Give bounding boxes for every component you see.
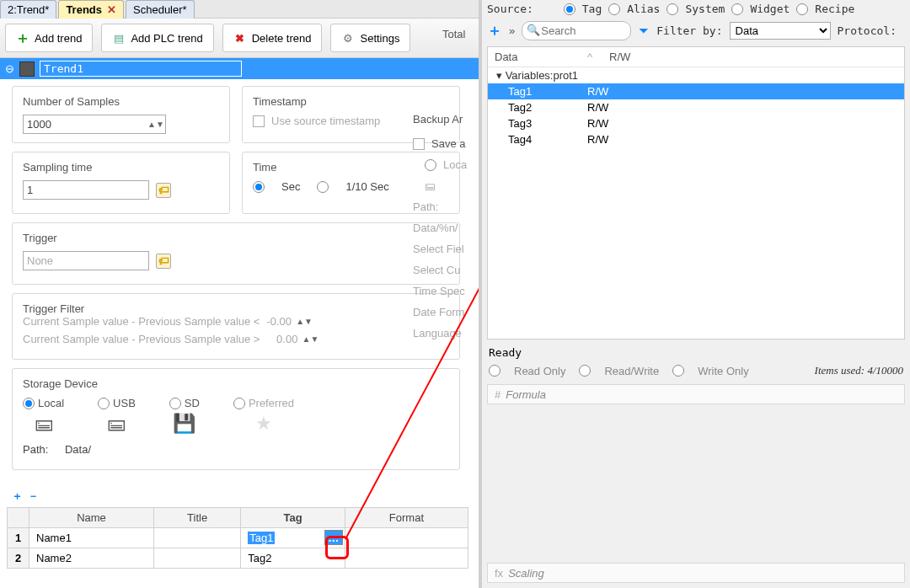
add-row-button[interactable]: ＋ (12, 489, 23, 504)
protocol-label: Protocol: (838, 24, 897, 37)
filter-label: Filter by: (656, 24, 722, 37)
trend-icon (19, 61, 35, 77)
tf2-value[interactable]: 0.00 (276, 333, 297, 345)
spinner-icon[interactable]: ▲▼ (304, 337, 316, 342)
hdd-icon: 🖴 (425, 179, 436, 192)
filter-select[interactable]: Data (730, 22, 831, 40)
writeonly-label: Write Only (698, 365, 748, 377)
time-spec-label: Time Spec (413, 285, 465, 297)
plc-icon: ▤ (112, 31, 126, 45)
spinner-icon[interactable]: ▲▼ (298, 319, 310, 324)
tab-scheduler[interactable]: Scheduler* (126, 0, 195, 19)
scaling-field[interactable]: fxScaling (487, 563, 905, 583)
usb-icon: 🖴 (107, 413, 126, 435)
storage-sd-radio[interactable] (169, 398, 181, 409)
add-trend-button[interactable]: ＋Add trend (5, 24, 93, 52)
opt-recipe: Recipe (815, 3, 854, 15)
sampling-label: Sampling time (23, 161, 219, 174)
formula-field[interactable]: #Formula (487, 384, 905, 404)
trigger-label: Trigger (23, 232, 449, 244)
sec-label: Sec (281, 180, 300, 193)
samples-input[interactable]: 1000▲▼ (23, 115, 166, 134)
select-cu-label: Select Cu (413, 264, 460, 276)
tree-col-data[interactable]: Data (495, 51, 587, 63)
tree-group[interactable]: Variables:prot1 (488, 67, 904, 83)
source-widget-radio[interactable] (731, 3, 743, 15)
hdd-icon: 🖴 (35, 413, 53, 435)
col-tag[interactable]: Tag (241, 508, 345, 528)
storage-label: Storage Device (23, 377, 449, 390)
tab-2trend[interactable]: 2:Trend* (0, 0, 56, 19)
close-icon[interactable]: ✕ (107, 3, 116, 16)
tag-tree[interactable]: Data^R/W Variables:prot1 Tag1R/W Tag2R/W… (487, 46, 905, 339)
total-label: Total (442, 28, 465, 40)
remove-row-button[interactable]: － (28, 489, 39, 504)
save-copy-checkbox[interactable] (413, 138, 425, 150)
tree-item[interactable]: Tag3R/W (488, 115, 904, 131)
add-plc-trend-button[interactable]: ▤Add PLC trend (101, 24, 213, 52)
timestamp-label: Timestamp (253, 95, 449, 108)
source-system-radio[interactable] (666, 3, 678, 15)
select-field-label: Select Fiel (413, 243, 464, 255)
tag-picker-panel: Source: Tag Alias System Widget Recipe ＋… (479, 0, 910, 588)
spinner-icon[interactable]: ▲▼ (150, 122, 162, 127)
storage-preferred-radio (233, 398, 245, 409)
search-icon: 🔍 (527, 24, 540, 36)
trend-name-input[interactable] (40, 61, 242, 77)
trigger-filter-label: Trigger Filter (23, 302, 449, 315)
storage-usb-radio[interactable] (98, 398, 110, 409)
samples-label: Number of Samples (23, 95, 219, 108)
tree-item[interactable]: Tag2R/W (488, 99, 904, 115)
tree-item[interactable]: Tag1R/W (488, 83, 904, 99)
storage-local-radio[interactable] (23, 398, 35, 409)
time-sec-radio[interactable] (253, 181, 265, 193)
local-label: Local (38, 397, 64, 409)
tf2-label: Current Sample value - Previous Sample v… (23, 333, 260, 345)
sd-label: SD (185, 397, 200, 409)
time-tenth-radio[interactable] (317, 181, 329, 193)
table-row[interactable]: 2 Name2 Tag2 (8, 548, 468, 569)
col-format[interactable]: Format (345, 508, 468, 528)
tag-picker-icon[interactable]: 🏷 (156, 254, 171, 269)
writeonly-radio[interactable] (672, 365, 684, 377)
add-tag-button[interactable]: ＋ (487, 20, 502, 40)
readonly-label: Read Only (514, 365, 565, 377)
path-value: Data/ (65, 443, 91, 456)
source-label: Source: (487, 3, 533, 15)
expand-icon[interactable]: ⊖ (5, 62, 14, 75)
source-tag-radio[interactable] (564, 3, 575, 15)
save-label: Save a (431, 137, 465, 150)
source-recipe-radio[interactable] (796, 3, 808, 15)
use-source-ts-checkbox[interactable] (253, 115, 265, 127)
date-form-label: Date Form (413, 306, 464, 318)
tree-item[interactable]: Tag4R/W (488, 131, 904, 147)
usb-label: USB (113, 397, 136, 409)
sd-icon: 💾 (173, 413, 195, 435)
tag-browse-button[interactable]: … (324, 530, 343, 545)
tab-trends[interactable]: Trends✕ (58, 0, 124, 19)
col-name[interactable]: Name (29, 508, 154, 528)
filter-icon[interactable]: ⏷ (638, 24, 650, 37)
opt-tag: Tag (582, 3, 602, 15)
backup-local-label: Loca (443, 158, 467, 171)
readwrite-radio[interactable] (579, 365, 591, 377)
source-alias-radio[interactable] (608, 3, 620, 15)
tf1-value[interactable]: -0.00 (266, 315, 292, 328)
backup-local-radio (425, 159, 436, 171)
backup-path-value: Data/%n/ (413, 222, 458, 234)
sampling-input[interactable]: 1 (23, 180, 149, 200)
tag-picker-icon[interactable]: 🏷 (156, 183, 171, 198)
table-row[interactable]: 1 Name1 Tag1… (8, 528, 468, 548)
sort-icon[interactable]: ^ (587, 51, 592, 63)
delete-trend-button[interactable]: ✖Delete trend (222, 24, 323, 52)
chevron-right-icon[interactable]: » (509, 24, 515, 37)
opt-widget: Widget (750, 3, 790, 15)
col-title[interactable]: Title (154, 508, 241, 528)
settings-button[interactable]: ⚙Settings (330, 24, 410, 52)
trigger-input[interactable]: None (23, 251, 149, 270)
opt-system: System (685, 3, 725, 15)
readonly-radio[interactable] (489, 365, 500, 377)
tree-col-rw[interactable]: R/W (609, 51, 630, 63)
backup-panel: Backup Ar Save a Loca 🖴 Path: Data/%n/ S… (413, 113, 480, 348)
gear-icon: ⚙ (341, 31, 355, 45)
